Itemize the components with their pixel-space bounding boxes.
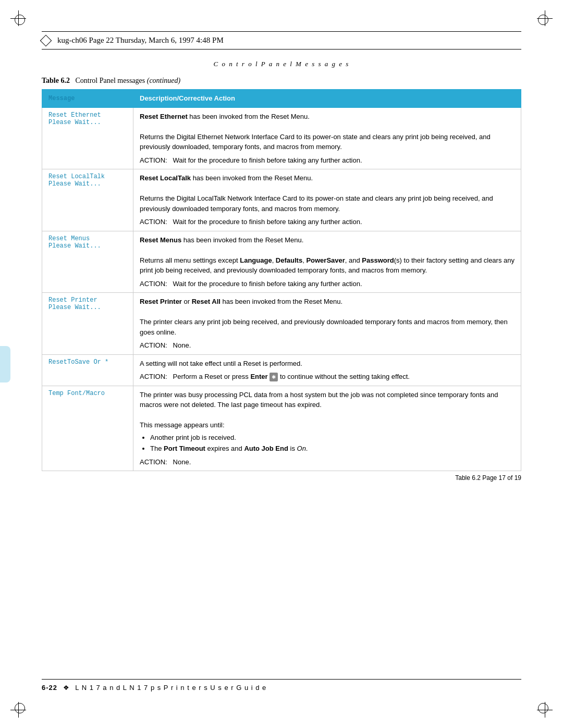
table-row: Reset MenusPlease Wait... Reset Menus ha… [42, 231, 521, 293]
table-row: ResetToSave Or * A setting will not take… [42, 354, 521, 386]
control-panel-table: Message Description/Corrective Action Re… [42, 89, 521, 471]
footer-title: L N 1 7 a n d L N 1 7 p s P r i n t e r … [75, 684, 266, 692]
message-cell: Reset PrinterPlease Wait... [42, 293, 133, 355]
page-header-title: kug-ch06 Page 22 Thursday, March 6, 1997… [57, 36, 224, 45]
table-footer: Table 6.2 Page 17 of 19 [42, 474, 521, 482]
circle-mark-tr [538, 15, 548, 25]
header-diamond-icon [40, 34, 52, 46]
description-cell: Reset Menus has been invoked from the Re… [133, 231, 521, 293]
section-label: C o n t r o l P a n e l M e s s a g e s [42, 60, 521, 68]
footer-page-number: 6-22 [42, 684, 57, 692]
footer-line: 6-22 ❖ L N 1 7 a n d L N 1 7 p s P r i n… [42, 679, 521, 692]
page: kug-ch06 Page 22 Thursday, March 6, 1997… [0, 0, 563, 728]
table-row: Reset EthernetPlease Wait... Reset Ether… [42, 107, 521, 169]
message-cell: Temp Font/Macro [42, 386, 133, 471]
circle-mark-bl [15, 703, 25, 713]
description-cell: Reset LocalTalk has been invoked from th… [133, 169, 521, 231]
page-header: kug-ch06 Page 22 Thursday, March 6, 1997… [42, 31, 521, 50]
col-header-description: Description/Corrective Action [133, 90, 521, 108]
description-cell: The printer was busy processing PCL data… [133, 386, 521, 471]
message-cell: Reset MenusPlease Wait... [42, 231, 133, 293]
circle-mark-tl [15, 15, 25, 25]
table-row: Reset LocalTalkPlease Wait... Reset Loca… [42, 169, 521, 231]
circle-mark-br [538, 703, 548, 713]
footer-text: 6-22 ❖ L N 1 7 a n d L N 1 7 p s P r i n… [42, 684, 266, 692]
table-caption: Table 6.2 Control Panel messages (contin… [42, 77, 521, 85]
description-cell: Reset Printer or Reset All has been invo… [133, 293, 521, 355]
table-row: Reset PrinterPlease Wait... Reset Printe… [42, 293, 521, 355]
description-cell: Reset Ethernet has been invoked from the… [133, 107, 521, 169]
table-row: Temp Font/Macro The printer was busy pro… [42, 386, 521, 471]
col-header-message: Message [42, 90, 133, 108]
message-cell: Reset LocalTalkPlease Wait... [42, 169, 133, 231]
footer-bullet: ❖ [63, 684, 70, 692]
page-footer: 6-22 ❖ L N 1 7 a n d L N 1 7 p s P r i n… [42, 679, 521, 692]
message-cell: Reset EthernetPlease Wait... [42, 107, 133, 169]
message-cell: ResetToSave Or * [42, 354, 133, 386]
side-thumb [0, 346, 10, 382]
description-cell: A setting will not take effect until a R… [133, 354, 521, 386]
